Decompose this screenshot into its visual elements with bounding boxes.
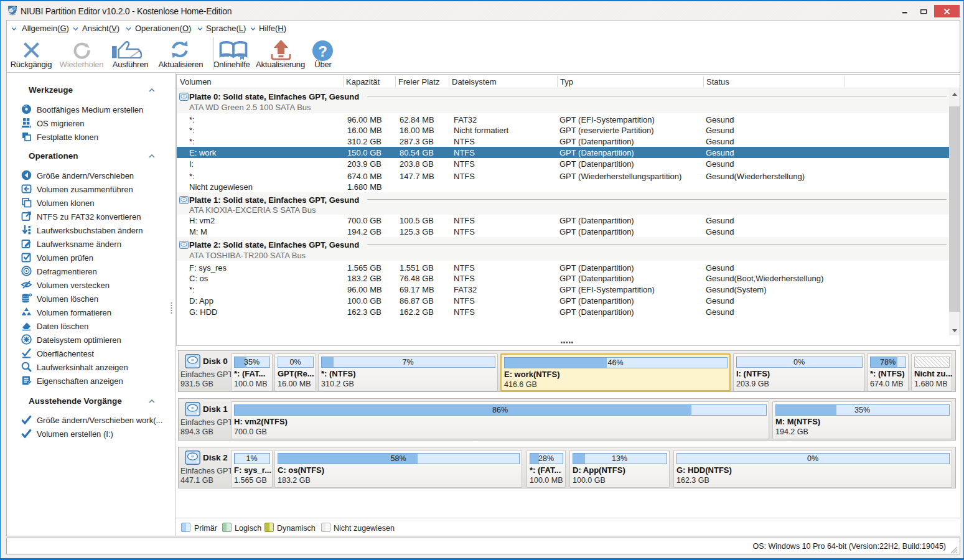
svg-text:?: ? xyxy=(318,43,327,60)
